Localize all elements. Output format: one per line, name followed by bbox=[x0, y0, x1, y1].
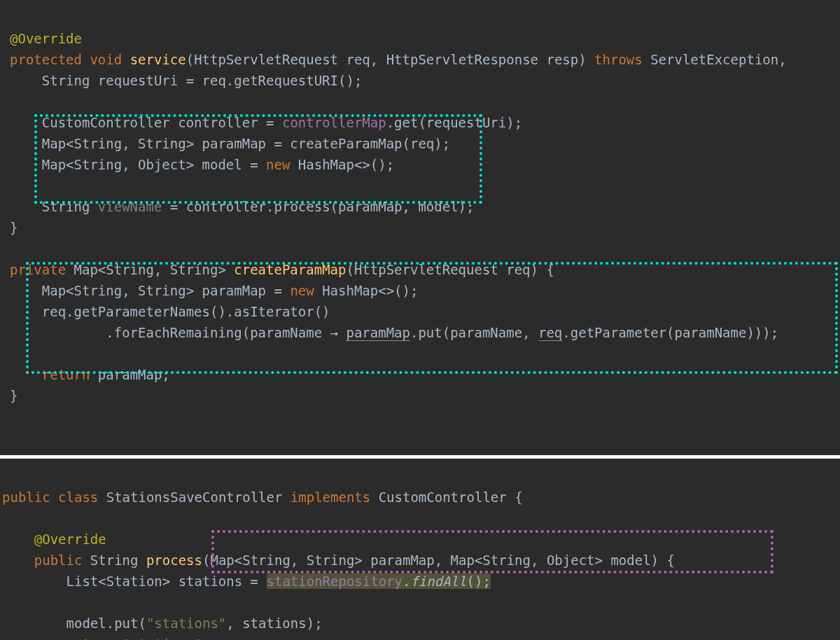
code-pane-bottom[interactable]: public class StationsSaveController impl… bbox=[0, 459, 840, 640]
code-line: Map<String, Object> model = bbox=[10, 157, 266, 172]
code-line: paramMap; bbox=[90, 367, 169, 382]
method-service: service bbox=[130, 52, 186, 67]
kw-implements: implements bbox=[290, 489, 370, 505]
call-findAll: findAll bbox=[410, 573, 466, 589]
code-line: Map<String, String> paramMap = createPar… bbox=[10, 136, 450, 151]
code-line: .getParameter(paramName))); bbox=[562, 325, 778, 340]
string-literal: "stations" bbox=[122, 636, 202, 640]
annotation: @Override bbox=[34, 531, 106, 547]
code-line: model.put( bbox=[2, 615, 146, 631]
kw-public: public bbox=[2, 489, 50, 505]
unused-var: viewName bbox=[98, 199, 162, 214]
method-process: process bbox=[146, 552, 202, 568]
kw-new: new bbox=[290, 283, 314, 298]
kw-throws: throws bbox=[594, 52, 643, 67]
code-line: CustomController controller = bbox=[10, 115, 282, 130]
code-line: CustomController { bbox=[370, 489, 522, 505]
code-line: HashMap<>(); bbox=[290, 157, 394, 172]
dot: . bbox=[402, 573, 410, 589]
kw-protected: protected bbox=[10, 52, 82, 67]
code-line: List<Station> stations = bbox=[2, 573, 267, 589]
sig: (HttpServletRequest req) { bbox=[346, 262, 554, 277]
ref-req: req bbox=[538, 325, 562, 341]
code-line: , stations); bbox=[226, 615, 322, 631]
code-line: (); bbox=[467, 573, 491, 589]
code-line: .forEachRemaining(paramName → bbox=[10, 325, 346, 340]
class-name: StationsSaveController bbox=[98, 489, 290, 505]
sig: (HttpServletRequest req, HttpServletResp… bbox=[186, 52, 594, 67]
kw-return: return bbox=[42, 367, 90, 382]
code-line: Map<String, String> paramMap = bbox=[10, 283, 290, 298]
field-stationRepository: stationRepository bbox=[267, 573, 402, 589]
code-line: req.getParameterNames().asIterator() bbox=[10, 304, 330, 319]
brace-close: } bbox=[10, 388, 18, 403]
string-literal: "stations" bbox=[146, 615, 226, 631]
kw-return: return bbox=[66, 636, 115, 640]
kw-new: new bbox=[266, 157, 290, 172]
annotation: @Override bbox=[10, 31, 82, 46]
semicolon: ; bbox=[202, 636, 210, 640]
sig: String bbox=[82, 552, 146, 568]
field-controllerMap: controllerMap bbox=[282, 115, 386, 130]
code-line: String bbox=[10, 199, 98, 214]
kw-private: private bbox=[10, 262, 66, 277]
code-line: .put(paramName, bbox=[410, 325, 538, 340]
code-line: String requestUri = req.getRequestURI(); bbox=[10, 73, 362, 88]
kw-public: public bbox=[34, 552, 83, 568]
code-line: .get(requestUri); bbox=[386, 115, 522, 130]
brace-close: } bbox=[10, 220, 18, 235]
code-line: = controller.process(paramMap, model); bbox=[162, 199, 474, 214]
method-createParamMap: createParamMap bbox=[234, 262, 346, 277]
space bbox=[114, 636, 122, 640]
tail: ServletException, bbox=[643, 52, 787, 67]
sig: (Map<String, String> paramMap, Map<Strin… bbox=[202, 552, 675, 568]
sig: Map<String, String> bbox=[66, 262, 234, 277]
kw-class: class bbox=[58, 489, 98, 505]
ref-paramMap: paramMap bbox=[346, 325, 410, 341]
code-line: HashMap<>(); bbox=[314, 283, 419, 298]
code-pane-top[interactable]: @Override protected void service(HttpSer… bbox=[0, 0, 840, 455]
kw-void: void bbox=[90, 52, 122, 67]
